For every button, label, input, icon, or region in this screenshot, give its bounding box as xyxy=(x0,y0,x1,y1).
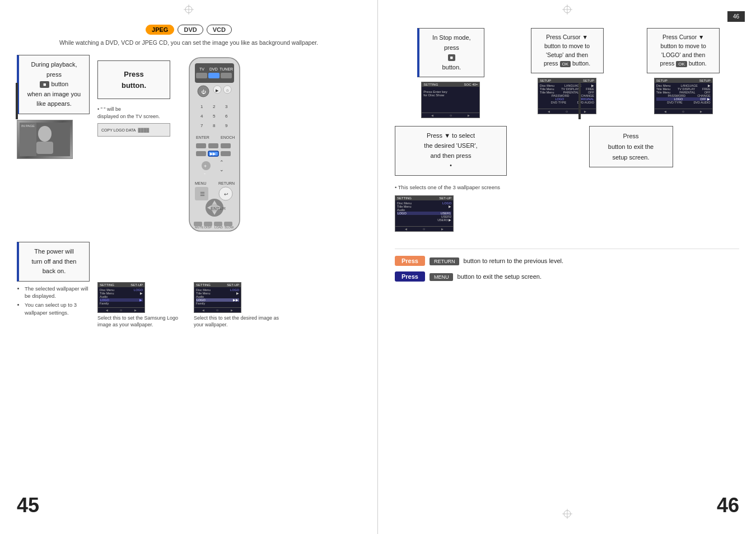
step1-box: During playback, press ■ button when an … xyxy=(17,55,90,114)
screen4: SETTINGSET-UP Disc MenuLOGO Title Menu▶ … xyxy=(395,195,454,232)
svg-text:SLOW: SLOW xyxy=(225,226,234,229)
svg-rect-33 xyxy=(196,143,206,148)
right-step3-box: Press Cursor ▼button to move to'LOGO' an… xyxy=(647,28,720,73)
remote-svg: TV DVD TUNER ⏻ ▶ ☆ 123 456 789 xyxy=(184,55,245,234)
thumb1-body: Disc MenuLOGO Title Menu▶ Audio LOGO▶ Fa… xyxy=(98,287,144,307)
svg-rect-13 xyxy=(196,73,207,78)
svg-text:☆: ☆ xyxy=(226,88,229,92)
svg-text:1: 1 xyxy=(200,104,203,109)
thumb2-screen: SETTINGSET-UP Disc MenuLOGO Title Menu▶ … xyxy=(194,282,241,313)
screen2-body: Disc MenuLANGUAGE▶ Title MenuTV DISPLAYF… xyxy=(538,83,596,109)
svg-text:TUNER: TUNER xyxy=(220,67,233,71)
svg-text:-: - xyxy=(204,171,206,176)
main-content-left: During playback, press ■ button when an … xyxy=(17,55,361,234)
header-description: While watching a DVD, VCD or JPEG CD, yo… xyxy=(17,39,361,46)
svg-text:3: 3 xyxy=(225,104,228,109)
svg-text:MENU: MENU xyxy=(195,181,207,185)
screen3: SETUPSETUP Disc MenuLANGUAGE▶ Title Menu… xyxy=(654,78,713,114)
press-note: • " " will bedisplayed on the TV screen. xyxy=(97,106,170,120)
thumb2: SETTINGSET-UP Disc MenuLOGO Title Menu▶ … xyxy=(194,282,283,328)
svg-rect-4 xyxy=(20,123,36,156)
crosshair-top-right xyxy=(562,4,572,16)
thumb1-screen: SETTINGSET-UP Disc MenuLOGO Title Menu▶ … xyxy=(97,282,145,313)
svg-text:5: 5 xyxy=(213,114,216,119)
svg-text:DVD: DVD xyxy=(209,67,218,71)
svg-text:+: + xyxy=(204,163,207,169)
press-btn1: Press xyxy=(395,256,425,266)
remote-container: TV DVD TUNER ⏻ ▶ ☆ 123 456 789 xyxy=(178,55,251,234)
screen1-body: Press Enter key for Disc Show xyxy=(422,87,479,113)
screen1-header: SETTINGSOC 40= xyxy=(422,82,479,87)
right-step1-box: In Stop mode,press ■button. xyxy=(417,28,484,77)
svg-text:▶▶: ▶▶ xyxy=(210,152,216,156)
svg-text:⏻: ⏻ xyxy=(201,90,206,95)
press-suffix1: RETURN button to return to the previous … xyxy=(430,257,563,264)
right-steps-top: In Stop mode,press ■button. SETTINGSOC 4… xyxy=(395,28,739,118)
page-number-right: 46 xyxy=(717,494,739,517)
svg-rect-14 xyxy=(208,73,220,78)
svg-rect-15 xyxy=(221,73,232,78)
svg-text:9: 9 xyxy=(225,123,228,128)
badge-vcd: VCD xyxy=(207,25,232,35)
step1-mid-col: Pressbutton. • " " will bedisplayed on t… xyxy=(97,55,170,234)
svg-text:RETURN: RETURN xyxy=(218,181,235,185)
screen1: SETTINGSOC 40= Press Enter key for Disc … xyxy=(421,82,480,118)
header-badges: JPEG DVD VCD xyxy=(17,25,361,35)
svg-text:2: 2 xyxy=(213,104,216,109)
bullet2: You can select up to 3 wallpaper setting… xyxy=(25,301,90,316)
page-left: JPEG DVD VCD While watching a DVD, VCD o… xyxy=(0,0,378,534)
screen2-header: SETUPSETUP xyxy=(538,78,596,83)
right-col3: Press Cursor ▼button to move to'LOGO' an… xyxy=(627,28,739,118)
section-bar-left xyxy=(16,83,18,119)
badge-jpeg: JPEG xyxy=(146,25,174,35)
right-col2: Press Cursor ▼button to move to'Setup' a… xyxy=(511,28,623,118)
press-line2: Press MENU button to exit the setup scre… xyxy=(395,271,739,282)
svg-text:7: 7 xyxy=(200,123,203,128)
step2-section: The power will turn off and then back on… xyxy=(17,242,361,332)
thumb2-header: SETTINGSET-UP xyxy=(194,283,241,287)
svg-text:DISP: DISP xyxy=(204,226,212,229)
screen4-body: Disc MenuLOGO Title Menu▶ Audio LOGOUSER… xyxy=(395,200,453,226)
page-container: JPEG DVD VCD While watching a DVD, VCD o… xyxy=(0,0,756,534)
select-user-box: Press ▼ to select the desired 'USER', an… xyxy=(395,126,507,175)
dark-tab: 46 xyxy=(727,11,745,22)
svg-text:⌄: ⌄ xyxy=(220,167,224,172)
svg-text:TV: TV xyxy=(199,67,204,71)
step2-box: The power will turn off and then back on… xyxy=(17,242,90,282)
right-mid-col2: Press button to exit the setup screen. xyxy=(522,126,739,232)
thumb1-header: SETTINGSET-UP xyxy=(98,283,144,287)
svg-rect-34 xyxy=(208,143,218,148)
bullet1: The selected wallpaper will be displayed… xyxy=(25,285,90,300)
thumb2-body: Disc MenuLOGO Title Menu▶ Audio LOGO▶▶ F… xyxy=(194,287,241,307)
svg-text:MUTE: MUTE xyxy=(195,226,204,229)
right-steps-mid: Press ▼ to select the desired 'USER', an… xyxy=(395,126,739,232)
crosshair-bottom-right xyxy=(562,509,572,520)
thumb1: SETTINGSET-UP Disc MenuLOGO Title Menu▶ … xyxy=(97,282,187,328)
photo-placeholder: IN PAGE xyxy=(17,120,73,159)
press-button-box: Pressbutton. xyxy=(97,60,170,99)
svg-point-5 xyxy=(38,126,52,142)
svg-text:6: 6 xyxy=(225,114,228,119)
screen4-header: SETTINGSET-UP xyxy=(395,196,453,200)
right-step2-box: Press Cursor ▼button to move to'Setup' a… xyxy=(531,28,604,73)
page-number-left: 45 xyxy=(17,494,39,517)
thumb-row: SETTINGSET-UP Disc MenuLOGO Title Menu▶ … xyxy=(97,282,361,328)
page-right: 46 In Stop mode,press ■button. SETTINGSO… xyxy=(378,0,756,534)
screen3-body: Disc MenuLANGUAGE▶ Title MenuTV DISPLAYF… xyxy=(655,83,712,109)
tv-logo-placeholder: COPY LOGO DATA████ xyxy=(97,123,170,137)
thumb2-caption: Select this to set the desired image as … xyxy=(194,315,283,328)
press-suffix2: MENU button to exit the setup screen. xyxy=(430,273,542,280)
svg-text:4: 4 xyxy=(200,114,203,119)
svg-text:8: 8 xyxy=(213,123,216,128)
step1-col: During playback, press ■ button when an … xyxy=(17,55,90,234)
step2-bullets: The selected wallpaper will be displayed… xyxy=(17,285,90,316)
svg-rect-35 xyxy=(221,143,231,148)
right-col1: In Stop mode,press ■button. SETTINGSOC 4… xyxy=(395,28,507,118)
svg-text:ENOCH: ENOCH xyxy=(221,135,235,139)
svg-text:↩: ↩ xyxy=(224,191,228,197)
screen3-header: SETUPSETUP xyxy=(655,78,712,83)
svg-text:IN PAGE: IN PAGE xyxy=(21,124,35,128)
svg-text:☰: ☰ xyxy=(200,191,205,197)
svg-rect-36 xyxy=(196,151,206,156)
svg-rect-6 xyxy=(36,142,53,154)
